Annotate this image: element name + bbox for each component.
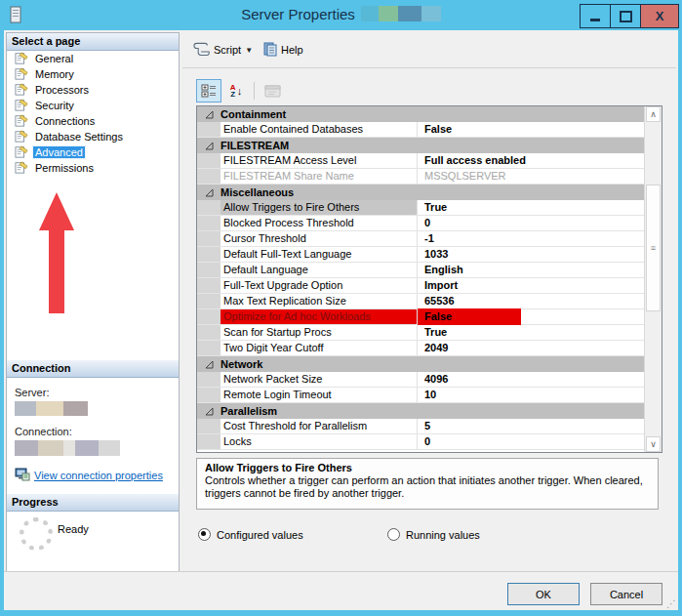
grid-category-row[interactable]: Containment [197,106,645,122]
help-icon [262,42,277,59]
radio-running-values[interactable]: Running values [387,528,577,541]
maximize-button[interactable] [610,4,641,28]
property-value[interactable]: -1 [417,231,645,246]
property-value[interactable]: MSSQLSERVER [417,169,645,184]
grid-property-row[interactable]: FILESTREAM Share NameMSSQLSERVER [197,169,645,185]
property-label[interactable]: Enable Contained Databases [221,122,417,137]
close-button[interactable]: X [640,4,679,28]
collapse-triangle-icon[interactable] [197,407,221,416]
property-value[interactable]: 1033 [417,247,645,262]
property-value[interactable]: False [417,122,645,137]
grid-property-row[interactable]: Default Full-Text Language1033 [197,247,645,263]
view-connection-properties-link[interactable]: View connection properties [34,470,163,481]
grid-property-row[interactable]: Max Text Replication Size65536 [197,294,645,309]
minimize-icon [590,19,600,21]
property-label[interactable]: Remote Login Timeout [221,388,417,402]
scrollbar-down-icon[interactable]: ∨ [646,436,661,452]
sidebar-item-advanced[interactable]: Advanced [7,144,179,160]
sidebar-item-memory[interactable]: Memory [7,66,179,82]
collapse-triangle-icon[interactable] [197,188,221,197]
property-label[interactable]: FILESTREAM Share Name [221,169,417,184]
grid-property-row[interactable]: Cost Threshold for Parallelism5 [197,419,645,434]
property-value[interactable]: True [417,200,645,215]
property-value[interactable]: True [417,325,645,340]
property-value[interactable]: 5 [417,419,645,433]
grid-toolbar-separator [254,82,255,100]
minimize-button[interactable] [580,4,611,28]
categorized-view-button[interactable] [196,79,221,103]
help-button[interactable]: Help [260,40,306,61]
grid-property-row[interactable]: Optimize for Ad hoc WorkloadsFalse [197,309,645,325]
grid-category-row[interactable]: Miscellaneous [197,185,645,200]
property-label[interactable]: Locks [221,434,417,449]
property-value[interactable]: 0 [417,434,645,449]
sidebar-item-general[interactable]: General [7,51,179,66]
grid-property-row[interactable]: Enable Contained DatabasesFalse [197,122,645,138]
collapse-triangle-icon[interactable] [197,360,221,369]
page-icon [15,114,28,129]
grid-category-row[interactable]: Parallelism [197,403,645,419]
property-value[interactable]: 4096 [417,372,645,387]
sidebar-item-connections[interactable]: Connections [7,113,179,129]
property-value[interactable]: English [417,263,645,277]
collapse-triangle-icon[interactable] [197,142,221,150]
row-gutter [197,294,221,308]
ok-button[interactable]: OK [507,583,580,605]
property-value[interactable]: 2049 [417,341,645,355]
script-button[interactable]: Script ▼ [190,40,256,61]
property-label[interactable]: Cost Threshold for Parallelism [221,419,417,433]
property-value[interactable]: False [417,309,645,324]
grid-property-row[interactable]: Scan for Startup ProcsTrue [197,325,645,341]
grid-property-row[interactable]: Two Digit Year Cutoff2049 [197,341,645,356]
property-label[interactable]: Full-Text Upgrade Option [221,278,417,293]
property-label[interactable]: Two Digit Year Cutoff [221,341,417,355]
grid-property-row[interactable]: Full-Text Upgrade OptionImport [197,278,645,294]
grid-property-row[interactable]: Allow Triggers to Fire OthersTrue [197,200,645,216]
property-value[interactable]: 65536 [417,294,645,308]
sidebar-item-permissions[interactable]: Permissions [7,160,179,176]
grid-property-row[interactable]: Default LanguageEnglish [197,263,645,278]
grid-scrollbar[interactable]: ∧ ≡ ∨ [644,106,662,452]
scrollbar-up-icon[interactable]: ∧ [646,106,661,122]
grid-property-row[interactable]: Cursor Threshold-1 [197,231,645,247]
property-label[interactable]: Max Text Replication Size [221,294,417,308]
property-label[interactable]: Default Full-Text Language [221,247,417,262]
radio-configured-values[interactable]: Configured values [198,528,387,541]
collapse-triangle-icon[interactable] [197,110,221,119]
script-dropdown-icon[interactable]: ▼ [245,46,253,55]
sidebar-item-label: Permissions [33,162,96,174]
grid-property-row[interactable]: Locks0 [197,434,645,450]
property-label[interactable]: Network Packet Size [221,372,417,387]
grid-property-row[interactable]: Blocked Process Threshold0 [197,216,645,231]
cancel-button[interactable]: Cancel [590,583,662,605]
property-value[interactable]: 0 [417,216,645,230]
property-label[interactable]: FILESTREAM Access Level [221,153,417,168]
radio-circle-icon[interactable] [198,528,211,541]
property-value[interactable]: 10 [417,388,645,402]
sidebar-item-security[interactable]: Security [7,98,179,113]
grid-property-row[interactable]: Network Packet Size4096 [197,372,645,388]
grid-category-row[interactable]: FILESTREAM [197,138,645,153]
grid-property-row[interactable]: FILESTREAM Access LevelFull access enabl… [197,153,645,169]
property-pages-button[interactable] [261,80,284,102]
property-label[interactable]: Default Language [221,263,417,277]
sidebar-item-label: Database Settings [33,131,125,143]
scrollbar-thumb[interactable]: ≡ [646,185,661,311]
property-label[interactable]: Cursor Threshold [221,231,417,246]
property-description-box: Allow Triggers to Fire Others Controls w… [196,458,659,510]
property-value[interactable]: Full access enabled [417,153,645,168]
resize-grip[interactable]: ⋰ [666,600,676,608]
titlebar[interactable]: Server Properties X [0,0,682,30]
alphabetical-sort-button[interactable]: AZ↓ [224,80,248,102]
grid-property-row[interactable]: Remote Login Timeout10 [197,388,645,403]
property-label[interactable]: Optimize for Ad hoc Workloads [221,309,417,324]
radio-circle-icon[interactable] [387,528,400,541]
property-value[interactable]: Import [417,278,645,293]
page-icon [15,145,28,160]
grid-category-row[interactable]: Network [197,356,645,372]
property-label[interactable]: Allow Triggers to Fire Others [221,200,417,215]
property-label[interactable]: Scan for Startup Procs [221,325,417,340]
sidebar-item-database-settings[interactable]: Database Settings [7,129,179,144]
property-label[interactable]: Blocked Process Threshold [221,216,417,230]
sidebar-item-processors[interactable]: Processors [7,82,179,98]
